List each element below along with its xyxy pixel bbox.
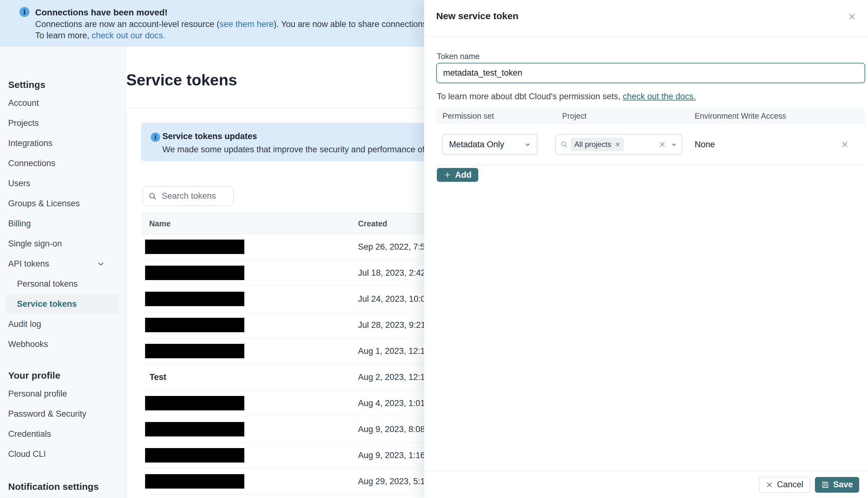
token-name: Test	[149, 372, 167, 382]
permission-help-text: To learn more about dbt Cloud's permissi…	[437, 92, 696, 102]
project-multiselect[interactable]: All projects ✕	[555, 134, 682, 155]
token-name-input[interactable]	[436, 63, 865, 83]
redacted-token-name	[145, 474, 244, 488]
save-button[interactable]: Save	[815, 477, 859, 493]
sidebar-item-integrations[interactable]: Integrations	[6, 133, 119, 153]
sidebar-item-label: API tokens	[8, 259, 49, 269]
permission-set-select[interactable]: Metadata Only	[443, 134, 537, 155]
info-icon: i	[151, 132, 160, 142]
token-name-cell	[141, 396, 358, 410]
token-name-cell	[141, 448, 358, 462]
plus-icon	[444, 171, 451, 179]
notifications-nav-block: Notification settings	[6, 479, 119, 495]
token-name-label: Token name	[437, 52, 479, 61]
column-header-project: Project	[562, 112, 695, 121]
chevron-down-icon[interactable]	[670, 141, 678, 148]
sidebar-item-users[interactable]: Users	[6, 173, 119, 194]
token-name-cell	[141, 474, 358, 488]
search-icon	[148, 192, 157, 201]
search-icon	[560, 140, 568, 148]
notice-title: Service tokens updates	[162, 132, 257, 141]
settings-heading: Settings	[6, 77, 119, 93]
page: i Connections have been moved! Connectio…	[0, 0, 868, 498]
column-header-name: Name	[141, 219, 358, 228]
redacted-token-name	[145, 344, 244, 358]
sidebar-item-single-sign-on[interactable]: Single sign-on	[6, 234, 119, 254]
project-chip-label: All projects	[574, 140, 611, 149]
close-icon	[766, 481, 773, 488]
redacted-token-name	[145, 396, 244, 410]
permissions-header-row: Permission set Project Environment Write…	[436, 109, 865, 124]
clear-selection-icon[interactable]	[659, 141, 666, 148]
sidebar-item-cloud-cli[interactable]: Cloud CLI	[6, 444, 119, 464]
sidebar-item-groups-licenses[interactable]: Groups & Licenses	[6, 194, 119, 213]
profile-nav-block: Your profile Personal profile Password &…	[6, 367, 119, 464]
token-name-cell: Test	[141, 372, 358, 382]
banner-text-line: To learn more, check out our docs.	[35, 31, 165, 40]
info-icon: i	[19, 7, 29, 17]
sidebar-item-service-tokens[interactable]: Service tokens	[6, 294, 119, 314]
token-name-cell	[141, 344, 358, 358]
drawer-header: New service token	[424, 0, 868, 37]
cancel-button[interactable]: Cancel	[759, 477, 810, 493]
drawer-title: New service token	[436, 11, 518, 21]
redacted-token-name	[145, 448, 244, 462]
project-chip[interactable]: All projects ✕	[570, 137, 624, 151]
redacted-token-name	[145, 239, 244, 254]
save-button-label: Save	[833, 480, 853, 489]
column-header-created: Created	[358, 219, 387, 228]
settings-sidebar: Settings Account Projects Integrations C…	[0, 47, 126, 498]
banner-text: Connections are now an account-level res…	[35, 19, 220, 29]
redacted-token-name	[145, 422, 244, 436]
page-title: Service tokens	[126, 71, 237, 89]
sidebar-item-connections[interactable]: Connections	[6, 153, 119, 173]
token-name-cell	[141, 318, 358, 332]
permission-set-value: Metadata Only	[449, 140, 504, 149]
sidebar-item-credentials[interactable]: Credentials	[6, 424, 119, 444]
check-out-the-docs-link[interactable]: check out the docs.	[623, 92, 696, 101]
redacted-token-name	[145, 292, 244, 306]
banner-text: To learn more,	[35, 31, 92, 40]
sidebar-item-webhooks[interactable]: Webhooks	[6, 334, 119, 354]
sidebar-item-billing[interactable]: Billing	[6, 213, 119, 234]
token-name-cell	[141, 292, 358, 306]
your-profile-heading: Your profile	[6, 367, 119, 384]
new-service-token-drawer: New service token Token name To learn mo…	[424, 0, 868, 498]
redacted-token-name	[145, 266, 244, 280]
sidebar-item-audit-log[interactable]: Audit log	[6, 314, 119, 334]
cancel-button-label: Cancel	[777, 480, 803, 489]
notification-settings-heading: Notification settings	[6, 479, 119, 495]
environment-write-access-value: None	[695, 140, 715, 149]
permission-row: Metadata Only All projects ✕	[436, 124, 865, 166]
help-text: To learn more about dbt Cloud's permissi…	[437, 92, 623, 101]
permissions-table: Permission set Project Environment Write…	[436, 109, 865, 166]
token-name-cell	[141, 266, 358, 280]
settings-nav-block: Settings Account Projects Integrations C…	[6, 77, 119, 354]
see-them-here-link[interactable]: see them here	[220, 19, 274, 29]
save-disk-icon	[821, 481, 829, 489]
column-header-environment-write-access: Environment Write Access	[695, 112, 786, 121]
chevron-down-icon	[97, 260, 105, 268]
check-out-docs-link[interactable]: check out our docs.	[92, 31, 165, 40]
remove-chip-icon[interactable]: ✕	[615, 141, 620, 148]
column-header-permission-set: Permission set	[443, 112, 562, 121]
drawer-footer: Cancel Save	[424, 471, 868, 498]
token-name-cell	[141, 422, 358, 436]
banner-title: Connections have been moved!	[35, 8, 168, 17]
sidebar-item-projects[interactable]: Projects	[6, 113, 119, 133]
redacted-token-name	[145, 318, 244, 332]
search-tokens-box[interactable]	[143, 186, 234, 206]
remove-row-icon[interactable]	[841, 140, 849, 148]
token-name-cell	[141, 239, 358, 254]
chevron-down-icon	[524, 141, 531, 148]
add-permission-button[interactable]: Add	[437, 168, 478, 182]
sidebar-item-account[interactable]: Account	[6, 93, 119, 113]
add-button-label: Add	[455, 170, 471, 180]
sidebar-item-personal-profile[interactable]: Personal profile	[6, 384, 119, 404]
close-icon[interactable]	[847, 11, 857, 22]
sidebar-item-password-security[interactable]: Password & Security	[6, 404, 119, 424]
sidebar-item-api-tokens[interactable]: API tokens	[6, 254, 119, 274]
search-input[interactable]	[162, 191, 228, 201]
sidebar-item-personal-tokens[interactable]: Personal tokens	[6, 274, 119, 294]
